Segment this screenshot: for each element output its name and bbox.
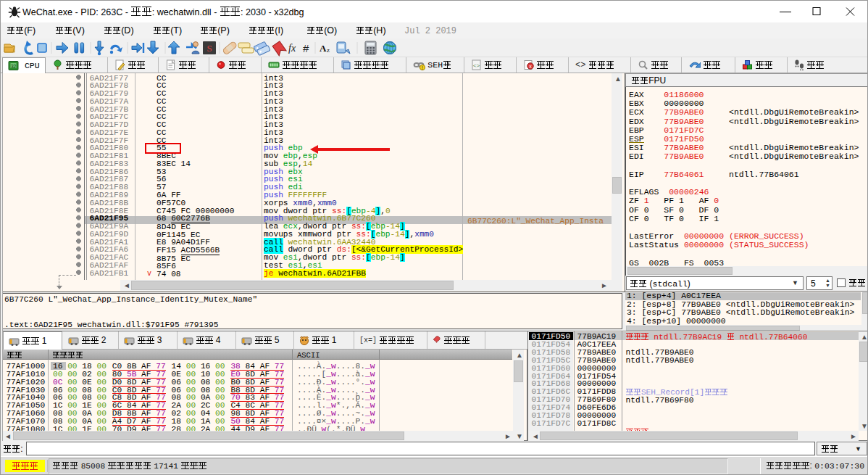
svg-text:S: S bbox=[206, 43, 212, 54]
svg-text:x: x bbox=[529, 64, 532, 69]
svg-text:!: ! bbox=[422, 65, 423, 70]
svg-text:A: A bbox=[320, 43, 327, 54]
svg-text:#: # bbox=[303, 42, 309, 54]
svg-text:<>: <> bbox=[473, 62, 480, 69]
svg-text:fx: fx bbox=[288, 43, 296, 54]
svg-text:z: z bbox=[327, 46, 330, 54]
svg-text:32: 32 bbox=[11, 64, 17, 69]
